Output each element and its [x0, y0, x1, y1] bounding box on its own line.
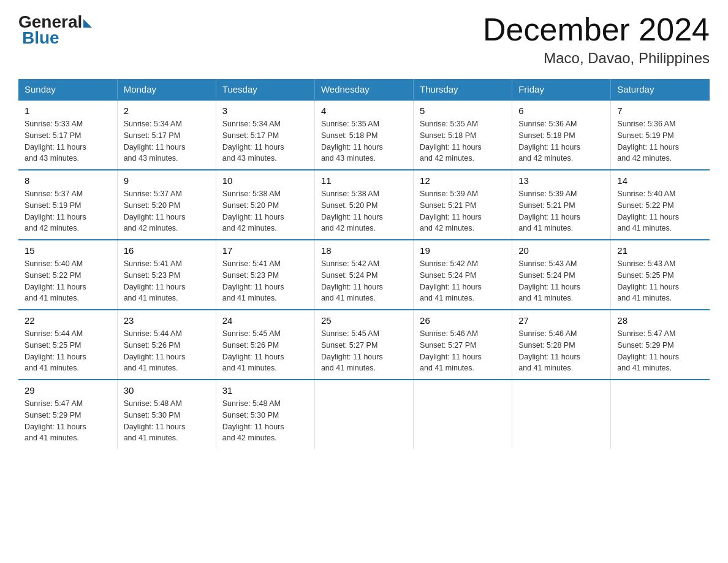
day-info: Sunrise: 5:38 AMSunset: 5:20 PMDaylight:… — [321, 188, 407, 234]
day-info: Sunrise: 5:37 AMSunset: 5:20 PMDaylight:… — [124, 188, 210, 234]
day-info: Sunrise: 5:43 AMSunset: 5:24 PMDaylight:… — [518, 258, 604, 304]
day-info: Sunrise: 5:34 AMSunset: 5:17 PMDaylight:… — [124, 118, 210, 164]
day-info: Sunrise: 5:42 AMSunset: 5:24 PMDaylight:… — [321, 258, 407, 304]
day-number: 10 — [222, 175, 308, 186]
logo: General Blue — [18, 12, 92, 48]
calendar-week-row: 15 Sunrise: 5:40 AMSunset: 5:22 PMDaylig… — [18, 240, 710, 310]
day-info: Sunrise: 5:40 AMSunset: 5:22 PMDaylight:… — [25, 258, 111, 304]
calendar-cell: 31 Sunrise: 5:48 AMSunset: 5:30 PMDaylig… — [216, 380, 314, 449]
day-info: Sunrise: 5:48 AMSunset: 5:30 PMDaylight:… — [222, 398, 308, 444]
day-number: 2 — [124, 105, 210, 116]
day-number: 9 — [124, 175, 210, 186]
calendar-cell — [611, 380, 710, 449]
calendar-cell: 21 Sunrise: 5:43 AMSunset: 5:25 PMDaylig… — [611, 240, 710, 310]
header-friday: Friday — [512, 79, 611, 100]
day-info: Sunrise: 5:33 AMSunset: 5:17 PMDaylight:… — [25, 118, 111, 164]
header-sunday: Sunday — [18, 79, 117, 100]
calendar-cell: 11 Sunrise: 5:38 AMSunset: 5:20 PMDaylig… — [314, 170, 413, 240]
day-info: Sunrise: 5:41 AMSunset: 5:23 PMDaylight:… — [124, 258, 210, 304]
day-number: 29 — [25, 385, 111, 396]
day-number: 15 — [25, 245, 111, 256]
calendar-cell: 25 Sunrise: 5:45 AMSunset: 5:27 PMDaylig… — [314, 310, 413, 380]
calendar-cell: 23 Sunrise: 5:44 AMSunset: 5:26 PMDaylig… — [117, 310, 216, 380]
day-info: Sunrise: 5:36 AMSunset: 5:19 PMDaylight:… — [617, 118, 703, 164]
day-info: Sunrise: 5:45 AMSunset: 5:26 PMDaylight:… — [222, 328, 308, 374]
page-title: December 2024 — [483, 12, 710, 47]
day-info: Sunrise: 5:43 AMSunset: 5:25 PMDaylight:… — [617, 258, 703, 304]
calendar-cell: 7 Sunrise: 5:36 AMSunset: 5:19 PMDayligh… — [611, 100, 710, 170]
header-wednesday: Wednesday — [314, 79, 413, 100]
calendar-cell — [314, 380, 413, 449]
calendar-cell — [512, 380, 611, 449]
calendar-cell: 15 Sunrise: 5:40 AMSunset: 5:22 PMDaylig… — [18, 240, 117, 310]
page-header: General Blue December 2024 Maco, Davao, … — [18, 12, 710, 67]
day-info: Sunrise: 5:42 AMSunset: 5:24 PMDaylight:… — [420, 258, 506, 304]
day-number: 23 — [124, 315, 210, 326]
header-tuesday: Tuesday — [216, 79, 314, 100]
day-number: 21 — [617, 245, 703, 256]
calendar-cell: 27 Sunrise: 5:46 AMSunset: 5:28 PMDaylig… — [512, 310, 611, 380]
day-number: 28 — [617, 315, 703, 326]
header-saturday: Saturday — [611, 79, 710, 100]
calendar-cell: 29 Sunrise: 5:47 AMSunset: 5:29 PMDaylig… — [18, 380, 117, 449]
day-info: Sunrise: 5:35 AMSunset: 5:18 PMDaylight:… — [321, 118, 407, 164]
day-info: Sunrise: 5:37 AMSunset: 5:19 PMDaylight:… — [25, 188, 111, 234]
day-number: 27 — [518, 315, 604, 326]
day-number: 3 — [222, 105, 308, 116]
calendar-cell: 17 Sunrise: 5:41 AMSunset: 5:23 PMDaylig… — [216, 240, 314, 310]
calendar-cell: 12 Sunrise: 5:39 AMSunset: 5:21 PMDaylig… — [414, 170, 512, 240]
day-info: Sunrise: 5:46 AMSunset: 5:27 PMDaylight:… — [420, 328, 506, 374]
logo-arrow-icon — [83, 19, 92, 28]
day-info: Sunrise: 5:47 AMSunset: 5:29 PMDaylight:… — [25, 398, 111, 444]
calendar-cell: 13 Sunrise: 5:39 AMSunset: 5:21 PMDaylig… — [512, 170, 611, 240]
calendar-cell: 24 Sunrise: 5:45 AMSunset: 5:26 PMDaylig… — [216, 310, 314, 380]
page-subtitle: Maco, Davao, Philippines — [483, 50, 710, 67]
day-number: 25 — [321, 315, 407, 326]
calendar-header-row: SundayMondayTuesdayWednesdayThursdayFrid… — [18, 79, 710, 100]
calendar-table: SundayMondayTuesdayWednesdayThursdayFrid… — [18, 79, 710, 449]
calendar-cell: 6 Sunrise: 5:36 AMSunset: 5:18 PMDayligh… — [512, 100, 611, 170]
day-number: 17 — [222, 245, 308, 256]
calendar-cell: 19 Sunrise: 5:42 AMSunset: 5:24 PMDaylig… — [414, 240, 512, 310]
day-info: Sunrise: 5:38 AMSunset: 5:20 PMDaylight:… — [222, 188, 308, 234]
day-info: Sunrise: 5:36 AMSunset: 5:18 PMDaylight:… — [518, 118, 604, 164]
day-number: 30 — [124, 385, 210, 396]
calendar-cell: 3 Sunrise: 5:34 AMSunset: 5:17 PMDayligh… — [216, 100, 314, 170]
day-number: 7 — [617, 105, 703, 116]
calendar-cell: 8 Sunrise: 5:37 AMSunset: 5:19 PMDayligh… — [18, 170, 117, 240]
day-number: 12 — [420, 175, 506, 186]
calendar-cell: 4 Sunrise: 5:35 AMSunset: 5:18 PMDayligh… — [314, 100, 413, 170]
day-info: Sunrise: 5:35 AMSunset: 5:18 PMDaylight:… — [420, 118, 506, 164]
calendar-week-row: 29 Sunrise: 5:47 AMSunset: 5:29 PMDaylig… — [18, 380, 710, 449]
day-number: 16 — [124, 245, 210, 256]
calendar-cell: 10 Sunrise: 5:38 AMSunset: 5:20 PMDaylig… — [216, 170, 314, 240]
day-number: 6 — [518, 105, 604, 116]
calendar-cell: 18 Sunrise: 5:42 AMSunset: 5:24 PMDaylig… — [314, 240, 413, 310]
day-info: Sunrise: 5:39 AMSunset: 5:21 PMDaylight:… — [518, 188, 604, 234]
header-thursday: Thursday — [414, 79, 512, 100]
day-number: 20 — [518, 245, 604, 256]
calendar-cell: 28 Sunrise: 5:47 AMSunset: 5:29 PMDaylig… — [611, 310, 710, 380]
day-number: 1 — [25, 105, 111, 116]
day-number: 11 — [321, 175, 407, 186]
calendar-cell: 5 Sunrise: 5:35 AMSunset: 5:18 PMDayligh… — [414, 100, 512, 170]
day-number: 26 — [420, 315, 506, 326]
day-number: 31 — [222, 385, 308, 396]
calendar-week-row: 22 Sunrise: 5:44 AMSunset: 5:25 PMDaylig… — [18, 310, 710, 380]
logo-blue-text: Blue — [22, 28, 59, 48]
title-section: December 2024 Maco, Davao, Philippines — [483, 12, 710, 67]
day-info: Sunrise: 5:41 AMSunset: 5:23 PMDaylight:… — [222, 258, 308, 304]
calendar-cell: 20 Sunrise: 5:43 AMSunset: 5:24 PMDaylig… — [512, 240, 611, 310]
day-number: 8 — [25, 175, 111, 186]
calendar-week-row: 1 Sunrise: 5:33 AMSunset: 5:17 PMDayligh… — [18, 100, 710, 170]
day-info: Sunrise: 5:39 AMSunset: 5:21 PMDaylight:… — [420, 188, 506, 234]
day-info: Sunrise: 5:44 AMSunset: 5:25 PMDaylight:… — [25, 328, 111, 374]
calendar-cell: 2 Sunrise: 5:34 AMSunset: 5:17 PMDayligh… — [117, 100, 216, 170]
day-info: Sunrise: 5:48 AMSunset: 5:30 PMDaylight:… — [124, 398, 210, 444]
day-info: Sunrise: 5:45 AMSunset: 5:27 PMDaylight:… — [321, 328, 407, 374]
calendar-week-row: 8 Sunrise: 5:37 AMSunset: 5:19 PMDayligh… — [18, 170, 710, 240]
calendar-cell: 1 Sunrise: 5:33 AMSunset: 5:17 PMDayligh… — [18, 100, 117, 170]
day-info: Sunrise: 5:34 AMSunset: 5:17 PMDaylight:… — [222, 118, 308, 164]
day-number: 5 — [420, 105, 506, 116]
calendar-cell: 16 Sunrise: 5:41 AMSunset: 5:23 PMDaylig… — [117, 240, 216, 310]
